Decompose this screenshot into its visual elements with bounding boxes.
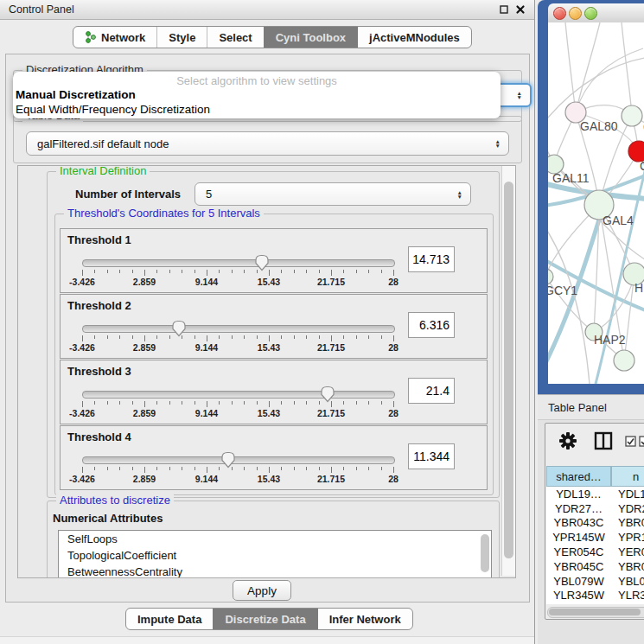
- threshold-value-field[interactable]: 11.344: [408, 443, 455, 469]
- slider-thumb[interactable]: [320, 386, 335, 403]
- number-of-intervals-combobox[interactable]: 5 ▲▼: [194, 182, 471, 206]
- combo-arrows-icon: ▲▼: [517, 91, 522, 99]
- table-data-group: Table Data galFiltered.sif default node …: [13, 116, 522, 163]
- column-header-name[interactable]: n: [611, 466, 644, 487]
- table-row[interactable]: YLR345WYLR3: [546, 589, 644, 603]
- cell-shared-name: YER054C: [546, 545, 611, 558]
- threshold-label: Threshold 3: [67, 365, 131, 378]
- dropdown-option-equal-width[interactable]: Equal Width/Frequency Discretization: [16, 103, 210, 116]
- attributes-to-discretize-group: Attributes to discretize Numerical Attri…: [47, 501, 500, 578]
- cell-shared-name: YLR345W: [546, 589, 611, 602]
- slider-ticks: [82, 335, 393, 342]
- threshold-label: Threshold 4: [67, 430, 131, 443]
- network-node[interactable]: [548, 269, 553, 284]
- table-header-row: shared… n: [545, 466, 644, 487]
- network-view-titlebar[interactable]: [548, 3, 644, 23]
- threshold-value-field[interactable]: 21.4: [408, 378, 455, 404]
- list-scrollbar[interactable]: [481, 532, 490, 578]
- threshold-value-field[interactable]: 6.316: [408, 312, 455, 338]
- tab-style[interactable]: Style: [156, 27, 207, 48]
- control-panel-titlebar: Control Panel: [0, 0, 534, 20]
- threshold-coordinates-title: Threshold's Coordinates for 5 Intervals: [64, 207, 264, 220]
- threshold-slider[interactable]: [82, 386, 393, 400]
- list-scrollbar-thumb[interactable]: [481, 534, 489, 572]
- slider-track[interactable]: [82, 391, 395, 399]
- toolbox-tabbar: NetworkStyleSelectCyni ToolboxjActiveMNo…: [73, 26, 472, 48]
- network-node-label: C: [640, 159, 644, 173]
- tab-cyni-toolbox[interactable]: Cyni Toolbox: [264, 27, 357, 48]
- table-row[interactable]: YDL19…YDL1: [546, 487, 644, 501]
- table-row[interactable]: YDR27…YDR2: [546, 501, 644, 516]
- table-data-value: galFiltered.sif default node: [37, 137, 169, 150]
- slider-thumb[interactable]: [220, 451, 236, 469]
- cyni-mode-tabbar: Impute DataDiscretize DataInfer Network: [125, 608, 413, 630]
- slider-scale-labels: -3.4262.8599.14415.4321.71528: [82, 408, 393, 419]
- table-row[interactable]: YBR043CYBR0: [546, 516, 644, 531]
- threshold-slider[interactable]: [82, 452, 393, 466]
- tab-select[interactable]: Select: [207, 27, 263, 48]
- checkbox-icon[interactable]: [639, 436, 644, 447]
- network-node-label: HAP2: [594, 333, 626, 347]
- slider-track[interactable]: [82, 259, 395, 267]
- tab-label: Discretize Data: [225, 613, 305, 626]
- slider-track[interactable]: [82, 456, 395, 464]
- dropdown-prompt-item[interactable]: Select algorithm to view settings: [13, 74, 501, 87]
- network-canvas[interactable]: GAL80GCGAL11GAL4GCY1HHAP2: [548, 22, 644, 384]
- tab-discretize-data[interactable]: Discretize Data: [213, 609, 316, 629]
- threshold-box-3: Threshold 3-3.4262.8599.14415.4321.71528…: [60, 360, 488, 424]
- threshold-box-2: Threshold 2-3.4262.8599.14415.4321.71528…: [60, 294, 488, 359]
- split-columns-icon[interactable]: [594, 431, 613, 450]
- table-row[interactable]: YBR045CYBR0: [546, 559, 644, 574]
- table-rows: YDL19…YDL1YDR27…YDR2YBR043CYBR0YPR145WYP…: [546, 487, 644, 604]
- column-header-shared-name[interactable]: shared…: [546, 466, 611, 487]
- cell-shared-name: YBR043C: [546, 516, 611, 529]
- attribute-list-item[interactable]: BetweennessCentrality: [59, 564, 491, 578]
- tab-jactivemnodules[interactable]: jActiveMNodules: [357, 27, 471, 48]
- table-data-combobox[interactable]: galFiltered.sif default node ▲▼: [26, 131, 509, 156]
- threshold-coordinates-group: Threshold's Coordinates for 5 Intervals …: [54, 214, 494, 495]
- network-node[interactable]: [614, 350, 634, 371]
- zoom-traffic-light-icon[interactable]: [584, 7, 597, 20]
- network-node-label: GCY1: [548, 284, 577, 297]
- table-hscrollbar[interactable]: [547, 607, 644, 618]
- network-node[interactable]: [622, 105, 642, 126]
- apply-button[interactable]: Apply: [233, 580, 291, 601]
- table-row[interactable]: YBL079WYBL0: [546, 574, 644, 589]
- attribute-list-item[interactable]: SelfLoops: [59, 531, 491, 547]
- threshold-value-field[interactable]: 14.713: [408, 246, 455, 272]
- window-title: Control Panel: [9, 3, 74, 16]
- cyni-toolbox-panel: Discretization Algorithm ▲▼ Select algor…: [5, 54, 530, 603]
- tab-infer-network[interactable]: Infer Network: [317, 609, 412, 629]
- tab-label: jActiveMNodules: [369, 31, 460, 44]
- tab-impute-data[interactable]: Impute Data: [126, 609, 213, 629]
- tab-label: Network: [101, 31, 145, 44]
- threshold-slider[interactable]: [82, 321, 393, 335]
- close-icon[interactable]: [514, 3, 526, 16]
- numerical-attributes-list[interactable]: SelfLoopsTopologicalCoefficientBetweenne…: [58, 530, 492, 578]
- network-icon: [85, 30, 97, 44]
- panel-scrollbar-thumb[interactable]: [504, 182, 513, 558]
- panel-scrollbar[interactable]: [501, 166, 515, 576]
- cell-name: YER0: [611, 545, 644, 558]
- status-strip: [0, 636, 534, 644]
- table-row[interactable]: YPR145WYPR1: [546, 530, 644, 545]
- slider-track[interactable]: [82, 325, 395, 333]
- close-traffic-light-icon[interactable]: [553, 7, 566, 20]
- float-window-icon[interactable]: [498, 3, 510, 16]
- checkbox-icon[interactable]: [625, 436, 636, 447]
- table-row[interactable]: YER054CYER0: [546, 545, 644, 559]
- table-row[interactable]: YIL052CYIL0: [546, 603, 644, 604]
- minimize-traffic-light-icon[interactable]: [569, 7, 582, 20]
- cell-name: YBR0: [611, 516, 644, 529]
- slider-thumb[interactable]: [171, 320, 187, 337]
- attribute-list-item[interactable]: TopologicalCoefficient: [59, 547, 491, 564]
- threshold-slider[interactable]: [82, 255, 393, 269]
- table-hscrollbar-thumb[interactable]: [549, 609, 641, 615]
- tab-network[interactable]: Network: [73, 27, 156, 48]
- tab-label: Impute Data: [137, 613, 201, 626]
- table-panel-window: Table Panel: [538, 394, 644, 644]
- dropdown-option-manual[interactable]: Manual Discretization: [16, 88, 136, 101]
- tab-label: Infer Network: [329, 613, 401, 626]
- slider-thumb[interactable]: [254, 254, 270, 271]
- gear-icon[interactable]: [558, 430, 578, 451]
